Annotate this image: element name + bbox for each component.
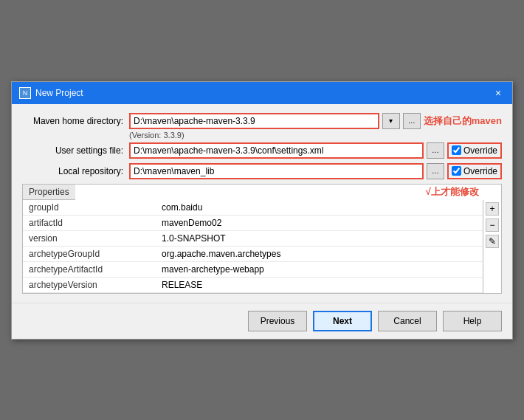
table-row: archetypeArtifactIdmaven-archetype-webap… (23, 261, 483, 277)
property-key: artifactId (23, 215, 156, 230)
edit-property-button[interactable]: ✎ (486, 235, 499, 248)
dialog-title: New Project (35, 88, 83, 98)
add-property-button[interactable]: + (486, 202, 499, 216)
table-row: artifactIdmavenDemo02 (23, 215, 483, 230)
dialog-footer: Previous Next Cancel Help (12, 303, 512, 339)
help-button[interactable]: Help (443, 311, 502, 331)
maven-home-row: Maven home directory: ▾ … 选择自己的maven (22, 113, 502, 129)
version-text: (Version: 3.3.9) (129, 131, 502, 140)
local-repo-browse[interactable]: … (427, 163, 444, 179)
properties-table-wrapper: groupIdcom.baiduartifactIdmavenDemo02ver… (23, 200, 483, 293)
table-row: archetypeGroupIdorg.apache.maven.archety… (23, 246, 483, 261)
new-project-dialog: N New Project × Maven home directory: ▾ … (11, 81, 513, 340)
property-value: 1.0-SNAPSHOT (156, 230, 483, 246)
dialog-content: Maven home directory: ▾ … 选择自己的maven (Ve… (12, 104, 512, 303)
property-key: archetypeGroupId (23, 246, 156, 261)
title-bar: N New Project × (12, 82, 512, 104)
property-value: RELEASE (156, 277, 483, 292)
properties-section: Properties √上才能修改 groupIdcom.baiduartifa… (22, 184, 502, 294)
user-settings-label: User settings file: (22, 145, 129, 156)
properties-header: Properties (23, 185, 75, 200)
user-settings-row: User settings file: … Override (22, 142, 502, 159)
remove-property-button[interactable]: − (486, 218, 499, 232)
maven-home-dropdown[interactable]: ▾ (382, 113, 400, 129)
local-repo-override-box: Override (447, 163, 502, 179)
table-row: groupIdcom.baidu (23, 200, 483, 216)
table-row: version1.0-SNAPSHOT (23, 230, 483, 246)
property-value: maven-archetype-webapp (156, 261, 483, 277)
title-bar-left: N New Project (19, 87, 83, 99)
local-repo-override-checkbox[interactable] (452, 166, 461, 176)
table-row: archetypeVersionRELEASE (23, 277, 483, 292)
user-settings-override-box: Override (447, 142, 502, 159)
maven-home-label: Maven home directory: (22, 116, 129, 126)
local-repo-input-group: … Override (129, 163, 502, 179)
local-repo-override-label: Override (463, 166, 497, 176)
maven-home-input[interactable] (129, 113, 379, 129)
maven-annotation: 选择自己的maven (424, 114, 502, 128)
user-settings-override-checkbox[interactable] (452, 145, 461, 155)
user-settings-input-group: … Override (129, 142, 502, 159)
prop-side-buttons: + − ✎ (483, 200, 501, 293)
maven-home-browse[interactable]: … (403, 113, 421, 129)
properties-table: groupIdcom.baiduartifactIdmavenDemo02ver… (23, 200, 483, 293)
maven-home-input-group: ▾ … 选择自己的maven (129, 113, 502, 129)
next-button[interactable]: Next (313, 311, 372, 331)
user-settings-input[interactable] (129, 142, 424, 159)
property-value: org.apache.maven.archetypes (156, 246, 483, 261)
close-button[interactable]: × (492, 86, 505, 100)
previous-button[interactable]: Previous (248, 311, 307, 331)
properties-annotation: √上才能修改 (426, 185, 479, 199)
property-value: com.baidu (156, 200, 483, 216)
property-key: groupId (23, 200, 156, 216)
local-repo-row: Local repository: … Override (22, 163, 502, 179)
dialog-icon: N (19, 87, 31, 99)
property-value: mavenDemo02 (156, 215, 483, 230)
user-settings-override-label: Override (463, 145, 497, 156)
property-key: version (23, 230, 156, 246)
local-repo-label: Local repository: (22, 166, 129, 176)
properties-container: groupIdcom.baiduartifactIdmavenDemo02ver… (23, 200, 501, 293)
property-key: archetypeVersion (23, 277, 156, 292)
property-key: archetypeArtifactId (23, 261, 156, 277)
user-settings-browse[interactable]: … (427, 142, 444, 159)
cancel-button[interactable]: Cancel (378, 311, 437, 331)
local-repo-input[interactable] (129, 163, 424, 179)
